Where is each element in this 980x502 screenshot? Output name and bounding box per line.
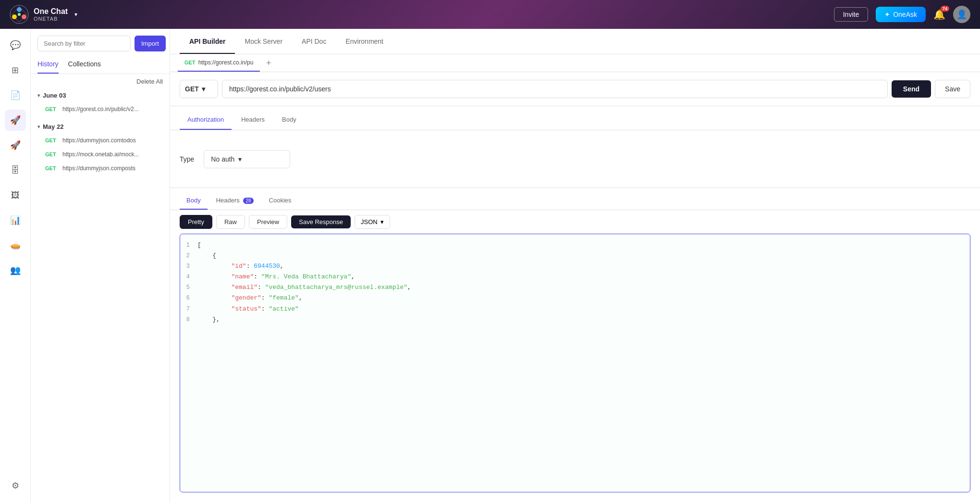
history-group-june03: ▾ June 03 GET https://gorest.co.in/publi… [31,87,170,118]
history-url: https://dummyjson.comtodos [62,137,136,144]
history-url: https://gorest.co.in/public/v2... [62,106,139,113]
response-controls: Pretty Raw Preview Save Response JSON ▾ [170,210,980,234]
chevron-down-icon: ▾ [238,155,242,163]
notification-button[interactable]: 🔔 74 [933,9,945,20]
left-panel: Import History Collections Delete All ▾ … [31,29,170,502]
resp-tab-body[interactable]: Body [180,193,208,210]
group-label-may22: May 22 [43,123,63,130]
request-tabs-bar: GET https://gorest.co.in/pu + [170,54,980,72]
chevron-down-icon: ▾ [202,85,205,93]
response-section: Body Headers 28 Cookies Pretty Raw Previ… [170,188,980,502]
search-input[interactable] [37,36,131,51]
tab-api-doc[interactable]: API Doc [292,29,336,54]
list-item[interactable]: GET https://gorest.co.in/public/v2... [34,102,167,116]
image-icon: 🖼 [11,190,20,201]
method-badge: GET [45,138,59,143]
req-method-badge: GET [184,60,196,65]
list-item[interactable]: GET https://dummyjson.composts [34,162,167,175]
sidebar-item-launch[interactable]: 🚀 [5,135,26,156]
chart-icon: 📊 [10,215,21,226]
resp-tab-cookies[interactable]: Cookies [262,193,298,210]
tab-body[interactable]: Body [274,112,304,130]
invite-button[interactable]: Invite [834,7,868,22]
url-input[interactable] [222,80,888,98]
oneask-button[interactable]: ✦ OneAsk [876,7,926,22]
add-tab-button[interactable]: + [262,56,275,70]
icon-sidebar: 💬 ⊞ 📄 🚀 🚀 🗄 🖼 📊 🥧 👥 ⚙ [0,29,31,502]
app-name: One Chat [34,7,68,16]
group-header-may22[interactable]: ▾ May 22 [31,120,170,133]
code-line-7: 7 "status": "active" [180,304,970,314]
method-badge: GET [45,151,59,157]
sidebar-item-image[interactable]: 🖼 [5,185,26,206]
tab-history[interactable]: History [37,56,59,74]
tab-environment[interactable]: Environment [336,29,393,54]
code-line-3: 3 "id": 6944530, [180,261,970,272]
logo-area: One Chat ONETAB ▾ [10,5,77,24]
tab-api-builder[interactable]: API Builder [180,29,235,54]
format-select[interactable]: JSON ▾ [355,215,390,229]
svg-point-4 [18,13,21,16]
chat-icon: 💬 [10,40,21,50]
pie-icon: 🥧 [10,240,21,251]
auth-tabs: Authorization Headers Body [170,106,980,130]
logo-dropdown-icon[interactable]: ▾ [74,11,77,18]
code-line-5: 5 "email": "veda_bhattacharya_mrs@russel… [180,282,970,293]
left-panel-tabs: History Collections [31,56,170,74]
app-sub: ONETAB [34,16,68,22]
resp-tab-headers[interactable]: Headers 28 [209,193,260,210]
sidebar-item-database[interactable]: 🗄 [5,160,26,181]
delete-all-button[interactable]: Delete All [136,78,163,85]
avatar[interactable]: 👤 [953,6,970,23]
list-item[interactable]: GET https://mock.onetab.ai/mock... [34,148,167,161]
file-icon: 📄 [10,90,21,100]
top-header: One Chat ONETAB ▾ Invite ✦ OneAsk 🔔 74 👤 [0,0,980,29]
format-value: JSON [361,218,378,226]
code-line-1: 1 [ [180,240,970,251]
history-url: https://dummyjson.composts [62,165,135,172]
settings-icon: ⚙ [12,480,19,491]
tab-collections[interactable]: Collections [68,56,101,74]
sidebar-item-grid[interactable]: ⊞ [5,60,26,81]
svg-point-1 [17,7,22,12]
sidebar-item-chart[interactable]: 📊 [5,210,26,231]
code-line-6: 6 "gender": "female", [180,293,970,303]
headers-count-badge: 28 [243,198,253,204]
type-select[interactable]: No auth ▾ [204,150,290,168]
send-button[interactable]: Send [892,80,931,98]
preview-button[interactable]: Preview [249,215,287,229]
sidebar-item-pie[interactable]: 🥧 [5,235,26,256]
raw-button[interactable]: Raw [216,215,245,229]
pretty-button[interactable]: Pretty [180,215,212,229]
logo-text-area: One Chat ONETAB [34,7,68,22]
import-button[interactable]: Import [135,36,166,51]
svg-point-2 [22,14,26,19]
panel-actions: Delete All [31,74,170,87]
sidebar-item-chat[interactable]: 💬 [5,35,26,56]
tab-headers[interactable]: Headers [233,112,272,130]
method-value: GET [185,85,199,93]
sidebar-item-settings[interactable]: ⚙ [5,475,26,496]
request-builder: GET ▾ Send Save [170,72,980,106]
group-header-june03[interactable]: ▾ June 03 [31,89,170,102]
method-select[interactable]: GET ▾ [180,80,218,98]
notification-badge: 74 [941,6,949,12]
type-value: No auth [211,155,234,163]
tab-authorization[interactable]: Authorization [180,112,232,130]
sidebar-item-people[interactable]: 👥 [5,260,26,281]
save-response-button[interactable]: Save Response [291,215,351,228]
main-content: API Builder Mock Server API Doc Environm… [170,29,980,502]
request-tab-active[interactable]: GET https://gorest.co.in/pu [178,54,260,72]
save-button[interactable]: Save [935,80,970,98]
auth-content: Type No auth ▾ [170,130,980,188]
rocket-icon: 🚀 [10,115,21,126]
search-area: Import [31,29,170,56]
tab-mock-server[interactable]: Mock Server [235,29,292,54]
method-badge: GET [45,106,59,112]
sidebar-item-file[interactable]: 📄 [5,85,26,106]
people-icon: 👥 [10,265,21,276]
code-line-2: 2 { [180,251,970,261]
list-item[interactable]: GET https://dummyjson.comtodos [34,134,167,147]
sidebar-item-api[interactable]: 🚀 [5,110,26,131]
type-label: Type [180,155,194,163]
